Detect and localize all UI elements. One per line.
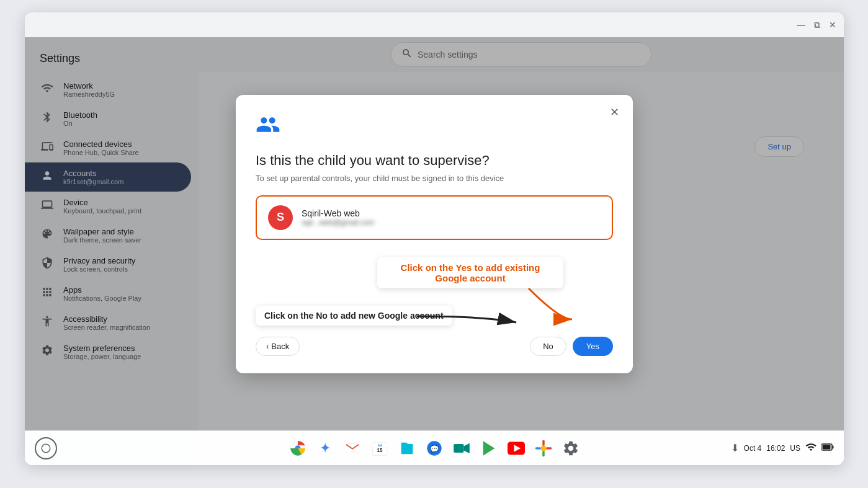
annotation-no: Click on the No to add new Google accoun… bbox=[256, 306, 452, 326]
battery-icon bbox=[821, 443, 834, 453]
account-avatar: S bbox=[268, 205, 293, 230]
taskbar-time: 16:02 bbox=[766, 444, 785, 453]
modal-overlay: ✕ Is this the child you want to supervis… bbox=[25, 37, 844, 430]
taskbar: ✦ Jul15 💬 bbox=[25, 430, 844, 465]
account-email: sqir...web@gmail.com bbox=[302, 218, 375, 227]
close-button[interactable]: ✕ bbox=[829, 20, 836, 30]
svg-marker-14 bbox=[483, 441, 495, 455]
modal-subtitle: To set up parental controls, your child … bbox=[256, 174, 613, 183]
taskbar-app-gmail[interactable] bbox=[340, 436, 365, 461]
modal-dialog: ✕ Is this the child you want to supervis… bbox=[236, 95, 633, 373]
taskbar-right: ⬇ Oct 4 16:02 US bbox=[731, 441, 834, 455]
modal-title: Is this the child you want to supervise? bbox=[256, 153, 613, 169]
taskbar-app-video[interactable] bbox=[449, 436, 474, 461]
back-button[interactable]: ‹ Back bbox=[256, 337, 300, 356]
wifi-status-icon bbox=[805, 441, 817, 455]
no-button[interactable]: No bbox=[530, 337, 566, 356]
taskbar-app-calendar[interactable]: Jul15 bbox=[367, 436, 392, 461]
download-icon[interactable]: ⬇ bbox=[731, 442, 739, 454]
modal-close-button[interactable]: ✕ bbox=[606, 104, 623, 121]
taskbar-app-files[interactable] bbox=[395, 436, 419, 461]
locale-indicator: US bbox=[790, 444, 800, 453]
modal-footer: ‹ Back No Yes bbox=[256, 332, 613, 356]
svg-marker-13 bbox=[464, 443, 470, 453]
back-chevron-icon: ‹ bbox=[266, 342, 269, 351]
svg-text:15: 15 bbox=[377, 447, 383, 453]
taskbar-app-youtube[interactable] bbox=[504, 436, 529, 461]
svg-text:Jul: Jul bbox=[378, 444, 382, 447]
home-button[interactable] bbox=[35, 437, 57, 459]
account-card[interactable]: S Sqiril-Web web sqir...web@gmail.com bbox=[256, 195, 613, 240]
taskbar-date: Oct 4 bbox=[744, 444, 762, 453]
title-bar: — ⧉ ✕ bbox=[25, 12, 844, 37]
account-name: Sqiril-Web web bbox=[302, 208, 375, 218]
svg-rect-12 bbox=[454, 444, 463, 453]
main-window: — ⧉ ✕ Settings Network Rameshreddy5G bbox=[25, 12, 844, 465]
svg-rect-18 bbox=[833, 446, 834, 449]
taskbar-apps: ✦ Jul15 💬 bbox=[285, 436, 583, 461]
taskbar-app-chrome[interactable] bbox=[285, 436, 310, 461]
taskbar-app-settings[interactable] bbox=[558, 436, 583, 461]
annotation-yes: Click on the Yes to add existing Google … bbox=[377, 257, 563, 288]
yes-button[interactable]: Yes bbox=[573, 337, 613, 356]
modal-icon bbox=[256, 112, 613, 143]
taskbar-app-gplay[interactable] bbox=[477, 436, 501, 461]
maximize-button[interactable]: ⧉ bbox=[814, 20, 820, 30]
window-controls: — ⧉ ✕ bbox=[797, 20, 836, 30]
svg-point-2 bbox=[42, 444, 50, 453]
taskbar-app-photos[interactable] bbox=[531, 436, 556, 461]
svg-rect-19 bbox=[823, 445, 831, 450]
annotation-area: Click on the Yes to add existing Google … bbox=[256, 257, 613, 332]
minimize-button[interactable]: — bbox=[797, 20, 805, 30]
svg-text:💬: 💬 bbox=[430, 444, 439, 453]
account-info: Sqiril-Web web sqir...web@gmail.com bbox=[302, 208, 375, 227]
taskbar-left bbox=[35, 437, 57, 459]
taskbar-app-google[interactable]: ✦ bbox=[313, 436, 338, 461]
taskbar-app-meet[interactable]: 💬 bbox=[422, 436, 447, 461]
